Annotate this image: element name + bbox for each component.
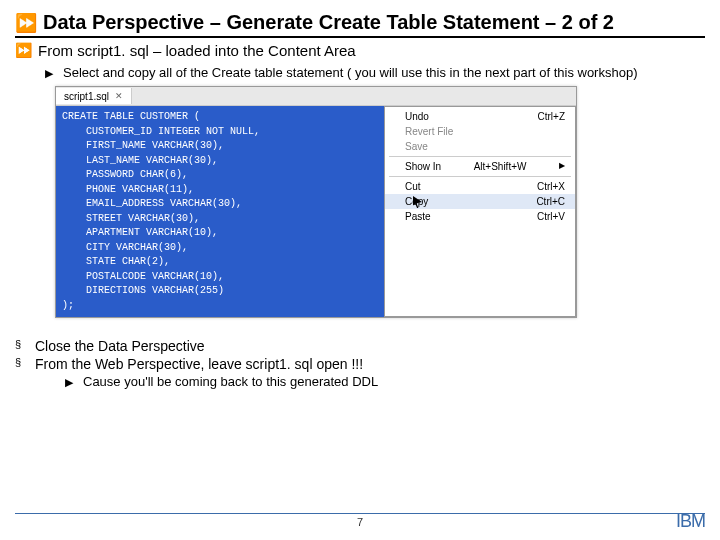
bullet-text: From the Web Perspective, leave script1.…	[35, 356, 363, 372]
separator	[389, 176, 571, 177]
ctx-revert: Revert File	[385, 124, 575, 139]
ctx-save: Save	[385, 139, 575, 154]
ctx-paste[interactable]: Paste Ctrl+V	[385, 209, 575, 224]
ctx-label: Revert File	[405, 126, 453, 137]
context-menu: Undo Ctrl+Z Revert File Save Show In Alt…	[384, 106, 576, 317]
ctx-shortcut: Ctrl+C	[536, 196, 565, 207]
ctx-cut[interactable]: Cut Ctrl+X	[385, 179, 575, 194]
square-bullet-icon: §	[15, 356, 35, 372]
bullet-text: From script1. sql – loaded into the Cont…	[38, 42, 356, 59]
editor-screenshot: script1.sql ✕ CREATE TABLE CUSTOMER ( CU…	[55, 86, 577, 318]
editor-tab-bar: script1.sql ✕	[56, 87, 576, 106]
ctx-label: Cut	[405, 181, 421, 192]
square-bullet-icon: §	[15, 338, 35, 354]
bullet-text: Select and copy all of the Create table …	[63, 65, 637, 80]
bullet-level2: ▶ Select and copy all of the Create tabl…	[45, 65, 705, 80]
ctx-label: Show In	[405, 161, 441, 172]
editor-body: CREATE TABLE CUSTOMER ( CUSTOMER_ID INTE…	[56, 106, 576, 317]
ctx-shortcut: Alt+Shift+W	[474, 161, 527, 172]
fast-forward-icon: ⏩	[15, 12, 37, 34]
triangle-bullet-icon: ▶	[45, 67, 53, 80]
chevron-right-icon: ▶	[559, 161, 565, 172]
sql-code-selection[interactable]: CREATE TABLE CUSTOMER ( CUSTOMER_ID INTE…	[56, 106, 384, 317]
ctx-copy[interactable]: Copy Ctrl+C	[385, 194, 575, 209]
slide-footer: 7 IBM	[15, 513, 705, 528]
ibm-logo: IBM	[676, 512, 705, 530]
ctx-undo[interactable]: Undo Ctrl+Z	[385, 109, 575, 124]
separator	[389, 156, 571, 157]
fast-forward-icon: ⏩	[15, 42, 32, 58]
lower-bullets: § Close the Data Perspective § From the …	[15, 338, 705, 389]
bullet-subitem: ▶ Cause you'll be coming back to this ge…	[65, 374, 705, 389]
close-icon[interactable]: ✕	[115, 91, 123, 101]
slide-title-row: ⏩ Data Perspective – Generate Create Tab…	[15, 10, 705, 38]
tab-label: script1.sql	[64, 91, 109, 102]
slide-title: Data Perspective – Generate Create Table…	[43, 10, 614, 34]
page-number: 7	[357, 516, 363, 528]
ctx-label: Save	[405, 141, 428, 152]
bullet-text: Close the Data Perspective	[35, 338, 205, 354]
ctx-label: Copy	[405, 196, 428, 207]
ctx-shortcut: Ctrl+Z	[538, 111, 566, 122]
editor-tab[interactable]: script1.sql ✕	[56, 88, 132, 104]
triangle-bullet-icon: ▶	[65, 376, 73, 389]
bullet-item: § Close the Data Perspective	[15, 338, 705, 354]
bullet-text: Cause you'll be coming back to this gene…	[83, 374, 378, 389]
logo-text: IBM	[676, 512, 705, 530]
ctx-shortcut: Ctrl+X	[537, 181, 565, 192]
ctx-label: Undo	[405, 111, 429, 122]
ctx-label: Paste	[405, 211, 431, 222]
bullet-level1: ⏩ From script1. sql – loaded into the Co…	[15, 42, 705, 59]
bullet-item: § From the Web Perspective, leave script…	[15, 356, 705, 372]
ctx-show-in[interactable]: Show In Alt+Shift+W ▶	[385, 159, 575, 174]
ctx-shortcut: Ctrl+V	[537, 211, 565, 222]
